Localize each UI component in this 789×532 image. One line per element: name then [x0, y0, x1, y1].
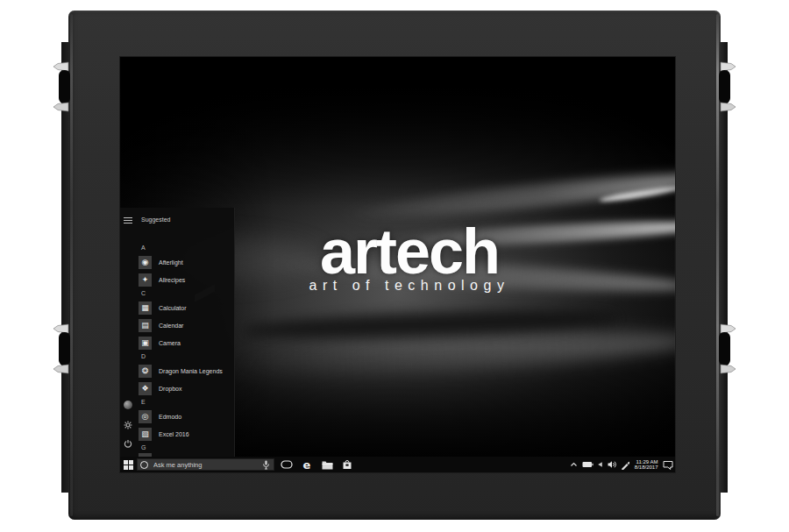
- app-icon: ▦: [139, 301, 152, 315]
- app-icon: ▤: [139, 319, 152, 332]
- app-label: Afterlight: [152, 259, 183, 266]
- settings-gear-icon[interactable]: [124, 421, 132, 429]
- artech-logo-tagline: art of technology: [309, 278, 510, 294]
- task-view-icon[interactable]: [281, 457, 293, 472]
- app-label: Dragon Mania Legends: [152, 368, 223, 374]
- app-label: Allrecipes: [152, 277, 185, 283]
- cortana-icon: [140, 461, 148, 469]
- app-label: Camera: [152, 340, 181, 346]
- pen-icon[interactable]: [621, 460, 629, 470]
- taskbar: e: [120, 457, 675, 472]
- system-tray: 11:29 AM 8/18/2017: [570, 457, 673, 472]
- app-icon: ✦: [139, 273, 152, 287]
- microphone-icon[interactable]: [262, 460, 270, 470]
- cortana-search-box[interactable]: [137, 458, 274, 471]
- app-icon: ◉: [139, 256, 152, 269]
- start-menu-section-header: G: [120, 443, 235, 453]
- start-menu-section-header: E: [120, 397, 235, 408]
- action-center-icon[interactable]: [663, 460, 673, 470]
- start-menu: Suggested A◉Afterlight✦AllrecipesC▦Calcu…: [120, 208, 235, 457]
- speaker-volume-icon[interactable]: [608, 460, 617, 469]
- app-icon: ❖: [139, 382, 152, 395]
- start-menu-app-excel-2016[interactable]: ▧Excel 2016: [120, 425, 235, 443]
- mount-clamp-top-left: [47, 61, 70, 112]
- windows-logo-icon: [124, 460, 133, 470]
- start-menu-app-allrecipes[interactable]: ✦Allrecipes: [120, 271, 235, 288]
- app-label: Dropbox: [152, 386, 181, 392]
- bezel-edge-highlight-left: [70, 14, 73, 516]
- start-menu-section-header: C: [120, 288, 235, 299]
- taskbar-app-icons: e: [281, 457, 353, 472]
- artech-logo-wordmark: artech: [309, 220, 510, 283]
- app-label: Excel 2016: [152, 431, 189, 437]
- start-button[interactable]: [120, 457, 137, 472]
- start-menu-app-calculator[interactable]: ▦Calculator: [120, 299, 235, 316]
- panel-pc-photo: artech art of technology Suggested A◉Aft…: [0, 0, 789, 532]
- clock[interactable]: 11:29 AM 8/18/2017: [634, 459, 659, 471]
- start-menu-app-dropbox[interactable]: ❖Dropbox: [120, 379, 235, 397]
- app-icon: ◎: [139, 410, 152, 423]
- user-avatar-icon[interactable]: [124, 401, 132, 409]
- mount-clamp-bottom-left: [47, 323, 70, 374]
- start-menu-section-header: A: [120, 243, 235, 253]
- app-icon: ❂: [139, 365, 152, 378]
- input-arrow-icon[interactable]: [597, 461, 603, 468]
- app-label: Calculator: [152, 305, 187, 311]
- app-label: Edmodo: [152, 414, 181, 420]
- app-icon: ▧: [139, 428, 152, 441]
- search-input[interactable]: [148, 461, 262, 469]
- start-menu-app-camera[interactable]: ▣Camera: [120, 334, 235, 351]
- app-label: Calendar: [152, 323, 183, 329]
- start-menu-suggested-label: Suggested: [141, 216, 170, 223]
- mount-clamp-bottom-right: [719, 323, 742, 374]
- app-icon: ▣: [139, 337, 152, 350]
- display-screen: artech art of technology Suggested A◉Aft…: [120, 57, 675, 472]
- start-menu-section-header: D: [120, 351, 235, 362]
- edge-browser-icon[interactable]: e: [301, 457, 313, 472]
- battery-icon[interactable]: [582, 461, 594, 468]
- store-icon[interactable]: [341, 457, 353, 472]
- start-menu-app-calendar[interactable]: ▤Calendar: [120, 316, 235, 334]
- file-explorer-icon[interactable]: [321, 457, 333, 472]
- tray-expand-chevron-icon[interactable]: [570, 461, 578, 468]
- clock-date: 8/18/2017: [635, 465, 658, 471]
- artech-logo: artech art of technology: [309, 220, 510, 294]
- start-menu-app-dragon-mania-legends[interactable]: ❂Dragon Mania Legends: [120, 362, 235, 379]
- start-menu-app-afterlight[interactable]: ◉Afterlight: [120, 253, 235, 271]
- mount-clamp-top-right: [719, 61, 742, 112]
- start-menu-rail: [120, 208, 136, 457]
- power-icon[interactable]: [124, 439, 132, 448]
- start-menu-app-edmodo[interactable]: ◎Edmodo: [120, 408, 235, 425]
- start-menu-list: A◉Afterlight✦AllrecipesC▦Calculator▤Cale…: [120, 243, 235, 457]
